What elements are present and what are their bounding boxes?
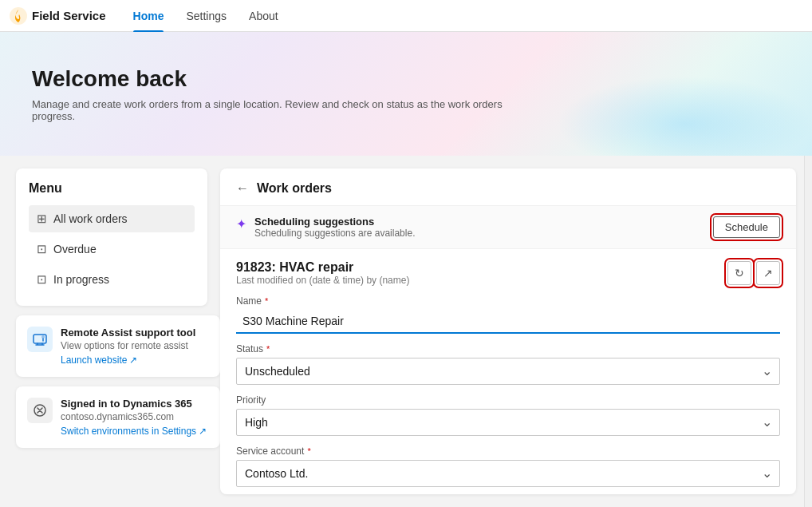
- open-button[interactable]: ↗: [756, 261, 780, 285]
- service-account-field-group: Service account * Contoso Ltd. Fabrikam …: [236, 446, 780, 487]
- workorder-modified: Last modified on (date & time) by (name): [236, 275, 409, 286]
- priority-label: Priority: [236, 394, 780, 406]
- remote-assist-title: Remote Assist support tool: [61, 327, 195, 339]
- sidebar-label-all: All work orders: [53, 212, 128, 225]
- hero-subtitle: Manage and create work orders from a sin…: [32, 98, 510, 122]
- dynamics-desc: contoso.dynamics365.com: [61, 411, 207, 422]
- dynamics-link[interactable]: Switch environments in Settings ↗: [61, 426, 207, 437]
- workorder-number: 91823: HVAC repair: [236, 260, 409, 275]
- name-input[interactable]: [236, 310, 780, 334]
- remote-assist-link[interactable]: Launch website ↗: [61, 355, 195, 366]
- progress-icon: ⊡: [37, 272, 47, 287]
- dynamics-title: Signed in to Dynamics 365: [61, 398, 207, 410]
- remote-assist-icon: [27, 327, 53, 352]
- overdue-icon: ⊡: [37, 242, 47, 256]
- priority-select[interactable]: Low Normal High Urgent: [236, 409, 780, 436]
- status-required: *: [266, 344, 270, 354]
- sidebar-item-all-work-orders[interactable]: ⊞ All work orders: [29, 205, 195, 232]
- hero-banner: Welcome back Manage and create work orde…: [0, 32, 812, 156]
- scheduling-bar: ✦ Scheduling suggestions Scheduling sugg…: [220, 206, 796, 249]
- hero-title: Welcome back: [32, 66, 780, 92]
- nav-home[interactable]: Home: [122, 0, 175, 32]
- service-account-select-wrapper: Contoso Ltd. Fabrikam Northwind: [236, 460, 780, 487]
- status-select-wrapper: Unscheduled Scheduled In Progress Comple…: [236, 358, 780, 385]
- app-name: Field Service: [32, 9, 106, 22]
- top-navigation: Field Service Home Settings About: [0, 0, 812, 32]
- nav-about[interactable]: About: [238, 0, 290, 32]
- sidebar-title: Menu: [29, 181, 195, 196]
- svg-rect-1: [34, 335, 46, 343]
- sidebar-menu: Menu ⊞ All work orders ⊡ Overdue ⊡ In pr…: [16, 168, 207, 306]
- name-required: *: [265, 296, 268, 306]
- panel-header: ← Work orders: [220, 168, 796, 206]
- scheduling-subtitle: Scheduling suggestions are available.: [254, 228, 415, 239]
- nav-items: Home Settings About: [122, 0, 290, 32]
- priority-select-wrapper: Low Normal High Urgent: [236, 409, 780, 436]
- priority-field-group: Priority Low Normal High Urgent: [236, 394, 780, 436]
- remote-assist-card: Remote Assist support tool View options …: [16, 315, 220, 377]
- open-icon: ↗: [763, 267, 773, 279]
- scheduling-title: Scheduling suggestions: [254, 216, 415, 228]
- sidebar-item-in-progress[interactable]: ⊡ In progress: [29, 266, 195, 293]
- external-link-icon: ↗: [129, 355, 137, 366]
- dynamics-card: Signed in to Dynamics 365 contoso.dynami…: [16, 386, 220, 448]
- service-account-required: *: [307, 446, 310, 456]
- remote-assist-desc: View options for remote assist: [61, 340, 195, 351]
- status-label: Status *: [236, 343, 780, 355]
- name-field-group: Name *: [236, 295, 780, 334]
- grid-icon: ⊞: [37, 212, 47, 226]
- app-logo: Field Service: [10, 7, 106, 25]
- nav-settings[interactable]: Settings: [175, 0, 238, 32]
- back-button[interactable]: ←: [236, 181, 249, 196]
- refresh-icon: ↻: [735, 267, 744, 279]
- refresh-button[interactable]: ↻: [727, 261, 751, 285]
- sidebar-label-overdue: Overdue: [53, 243, 97, 255]
- workorder-header: 91823: HVAC repair Last modified on (dat…: [220, 249, 796, 292]
- sidebar-label-progress: In progress: [53, 273, 109, 286]
- dynamics-icon: [27, 398, 53, 423]
- scheduling-icon: ✦: [236, 216, 246, 232]
- workorder-actions: ↻ ↗: [727, 261, 780, 285]
- workorder-form: Name * Status * Unscheduled Scheduled: [220, 292, 796, 494]
- service-account-label: Service account *: [236, 446, 780, 457]
- workorders-panel: ← Work orders ✦ Scheduling suggestions S…: [220, 168, 796, 494]
- app-logo-icon: [10, 7, 27, 25]
- external-link-icon-2: ↗: [199, 426, 207, 437]
- service-account-select[interactable]: Contoso Ltd. Fabrikam Northwind: [236, 460, 780, 487]
- schedule-button[interactable]: Schedule: [713, 216, 780, 238]
- name-label: Name *: [236, 295, 780, 307]
- status-field-group: Status * Unscheduled Scheduled In Progre…: [236, 343, 780, 385]
- status-select[interactable]: Unscheduled Scheduled In Progress Comple…: [236, 358, 780, 385]
- sidebar-item-overdue[interactable]: ⊡ Overdue: [29, 236, 195, 263]
- panel-title: Work orders: [257, 181, 332, 196]
- main-content: Menu ⊞ All work orders ⊡ Overdue ⊡ In pr…: [0, 156, 812, 507]
